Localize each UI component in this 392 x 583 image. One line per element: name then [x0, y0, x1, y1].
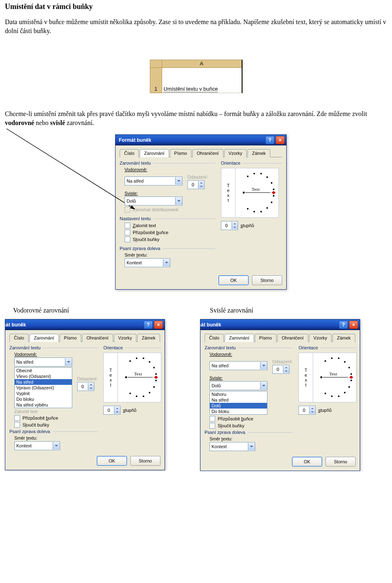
spinner-degrees[interactable]: 0: [221, 221, 238, 230]
combo-vertical[interactable]: Dolů: [125, 197, 183, 206]
list-item[interactable]: Vpravo (Odsazení): [15, 385, 72, 391]
list-item[interactable]: Nahoru: [210, 391, 267, 397]
list-item[interactable]: Do bloku: [15, 396, 72, 402]
chevron-down-icon[interactable]: [200, 185, 203, 188]
tab-patterns[interactable]: Vzorky: [224, 149, 247, 157]
svg-point-13: [254, 211, 255, 212]
checkbox-merge[interactable]: Sloučit buňky: [14, 422, 98, 428]
list-item[interactable]: Vlevo (Odsazení): [15, 373, 72, 379]
tab-patterns[interactable]: Vzorky: [309, 334, 332, 342]
close-icon[interactable]: ×: [276, 136, 285, 144]
svg-point-24: [155, 380, 157, 382]
chevron-up-icon[interactable]: [90, 383, 92, 386]
tab-border[interactable]: Ohraničení: [82, 334, 113, 342]
close-icon[interactable]: ×: [154, 321, 163, 329]
spinner-indent[interactable]: 0: [77, 382, 94, 391]
chevron-down-icon[interactable]: [90, 386, 92, 390]
checkbox-shrink[interactable]: Přizpůsobit buňce: [209, 416, 293, 422]
spinner-indent[interactable]: 0: [187, 180, 205, 189]
ok-button[interactable]: OK: [292, 457, 322, 467]
excel-corner: [150, 60, 162, 68]
combo-horizontal[interactable]: Na střed: [209, 361, 267, 370]
spinner-degrees-value: 0: [221, 223, 232, 228]
cancel-button[interactable]: Storno: [130, 456, 160, 466]
chevron-down-icon[interactable]: [260, 382, 267, 389]
group-rtl: Psaní zprava doleva: [9, 429, 50, 434]
list-item[interactable]: Do bloku: [210, 409, 267, 414]
help-icon[interactable]: ?: [265, 136, 274, 144]
chevron-down-icon[interactable]: [234, 226, 236, 229]
svg-point-1: [243, 192, 245, 194]
ok-button[interactable]: OK: [218, 275, 249, 285]
list-item[interactable]: Vyplnit: [15, 391, 72, 396]
tab-alignment[interactable]: Zarovnání: [225, 334, 254, 342]
tab-number[interactable]: Číslo: [205, 334, 224, 342]
dialog-horizontal-open: rmát buněk ? × Číslo Zarovnání Písmo Ohr…: [5, 319, 165, 470]
checkbox-merge[interactable]: Sloučit buňky: [209, 423, 293, 429]
label-wrap-cut: Zalomit text: [14, 409, 98, 414]
tab-alignment[interactable]: Zarovnání: [140, 149, 169, 157]
combo-horizontal-listbox[interactable]: Obecně Vlevo (Odsazení) Na střed Vpravo …: [14, 367, 72, 408]
tab-font[interactable]: Písmo: [60, 334, 81, 342]
svg-point-9: [273, 195, 274, 197]
combo-text-direction[interactable]: Kontext: [209, 442, 255, 451]
checkbox-merge[interactable]: Sloučit buňky: [125, 237, 215, 242]
spinner-degrees[interactable]: 0: [298, 406, 316, 415]
tab-font[interactable]: Písmo: [255, 334, 276, 342]
checkbox-wrap[interactable]: ZZalomit textalomit text: [125, 223, 215, 228]
ok-button[interactable]: OK: [97, 456, 127, 466]
tab-protection[interactable]: Zámek: [137, 334, 160, 342]
svg-point-33: [325, 360, 326, 362]
list-item[interactable]: Na střed: [15, 379, 72, 385]
tab-font[interactable]: Písmo: [170, 149, 192, 157]
chevron-down-icon[interactable]: [248, 443, 255, 450]
spinner-indent[interactable]: 0: [272, 365, 290, 374]
tab-border[interactable]: Ohraničení: [192, 149, 223, 157]
help-icon[interactable]: ?: [144, 321, 153, 329]
combo-vertical[interactable]: Dolů: [209, 381, 267, 390]
svg-point-17: [129, 360, 131, 362]
checkbox-shrink[interactable]: Přizpůsobit buňce: [14, 415, 98, 421]
combo-horizontal[interactable]: Na střed: [14, 357, 72, 366]
tab-number[interactable]: Číslo: [120, 149, 139, 157]
excel-col-header: A: [162, 60, 242, 68]
tab-number[interactable]: Číslo: [9, 334, 29, 342]
chevron-down-icon[interactable]: [65, 358, 72, 366]
tab-patterns[interactable]: Vzorky: [114, 334, 137, 342]
cancel-button[interactable]: Storno: [252, 275, 282, 285]
chevron-up-icon[interactable]: [200, 181, 203, 185]
chevron-down-icon[interactable]: [175, 197, 182, 205]
chevron-down-icon[interactable]: [175, 177, 182, 185]
checkbox-shrink[interactable]: Přizpůsobit buňce: [125, 230, 215, 235]
chevron-down-icon[interactable]: [260, 362, 267, 369]
orientation-vertical-text[interactable]: Text: [221, 168, 236, 217]
tab-border[interactable]: Ohraničení: [277, 334, 308, 342]
dialog-titlebar[interactable]: rmát buněk ? ×: [200, 319, 360, 330]
combo-text-direction[interactable]: Kontext: [14, 441, 60, 450]
excel-cell[interactable]: Umístění textu v buňce: [162, 68, 242, 93]
combo-horizontal[interactable]: Na střed: [125, 176, 183, 185]
list-item[interactable]: Na střed: [210, 397, 267, 403]
chevron-up-icon[interactable]: [234, 222, 236, 226]
excel-snippet: A 1 Umístění textu v buňce: [150, 60, 243, 93]
cancel-button[interactable]: Storno: [325, 457, 356, 467]
tab-alignment[interactable]: Zarovnání: [29, 334, 59, 342]
svg-point-22: [155, 373, 157, 375]
list-item[interactable]: Dolů: [210, 403, 267, 409]
list-item[interactable]: Obecně: [15, 368, 72, 373]
list-item[interactable]: Na střed výběru: [15, 402, 72, 408]
help-icon[interactable]: ?: [339, 321, 348, 329]
orientation-control[interactable]: Text Text: [103, 353, 161, 402]
svg-marker-8: [272, 191, 276, 194]
orientation-control[interactable]: Text: [221, 168, 279, 218]
dialog-titlebar[interactable]: rmát buněk ? ×: [5, 319, 165, 330]
chevron-down-icon[interactable]: [163, 259, 170, 266]
close-icon[interactable]: ×: [349, 321, 358, 329]
tab-protection[interactable]: Zámek: [247, 149, 270, 157]
orientation-control[interactable]: Text Text: [298, 353, 356, 402]
chevron-down-icon[interactable]: [53, 442, 60, 449]
combo-vertical-listbox[interactable]: Nahoru Na střed Dolů Do bloku: [209, 391, 267, 415]
spinner-degrees[interactable]: 0: [103, 406, 120, 415]
combo-text-direction[interactable]: Kontext: [125, 258, 170, 267]
tab-protection[interactable]: Zámek: [332, 334, 355, 342]
